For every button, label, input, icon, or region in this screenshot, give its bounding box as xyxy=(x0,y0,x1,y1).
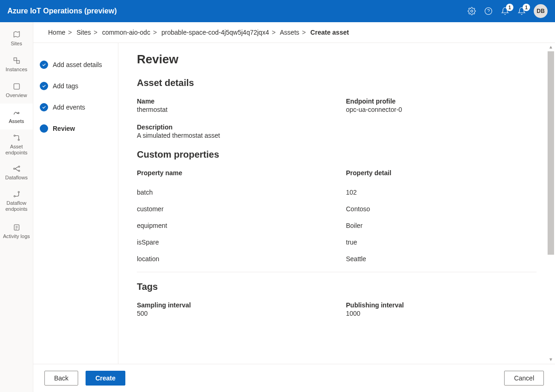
property-detail: Boiler xyxy=(346,222,536,229)
sampling-interval-label: Sampling interval xyxy=(137,301,327,309)
cancel-button[interactable]: Cancel xyxy=(504,371,544,386)
svg-point-8 xyxy=(18,139,19,141)
step-label: Add events xyxy=(53,104,85,111)
crumb-instance[interactable]: probable-space-cod-4j5qw5j4q72jqx4 xyxy=(161,29,269,36)
description-label: Description xyxy=(137,123,327,131)
instances-icon xyxy=(12,56,21,65)
alert-badge: 1 xyxy=(506,4,513,11)
crumb-site[interactable]: common-aio-odc xyxy=(102,29,150,36)
map-icon xyxy=(12,31,21,39)
svg-rect-3 xyxy=(14,58,17,61)
property-name-header: Property name xyxy=(137,169,327,177)
notification-badge: 1 xyxy=(523,4,530,11)
crumb-current: Create asset xyxy=(310,29,349,36)
crumb-sites[interactable]: Sites xyxy=(76,29,91,36)
wizard-steps: Add asset details Add tags Add events Re… xyxy=(33,43,118,364)
property-detail: 102 xyxy=(346,189,536,196)
nav-label: Dataflows xyxy=(3,175,29,181)
avatar[interactable]: DB xyxy=(534,4,548,18)
property-row: isSpare true xyxy=(137,234,536,251)
name-value: thermostat xyxy=(137,106,327,113)
property-name: equipment xyxy=(137,222,327,229)
nav-label: Instances xyxy=(4,67,29,73)
nav-item-instances[interactable]: Instances xyxy=(0,52,33,78)
property-row: customer Contoso xyxy=(137,201,536,217)
nav-label: Assets xyxy=(7,118,26,124)
step-label: Review xyxy=(53,125,75,132)
header-title: Azure IoT Operations (preview) xyxy=(7,7,117,15)
tags-heading: Tags xyxy=(137,282,536,292)
help-icon[interactable] xyxy=(484,6,493,16)
step-add-asset-details[interactable]: Add asset details xyxy=(38,54,112,75)
svg-point-1 xyxy=(485,8,492,15)
svg-rect-5 xyxy=(14,84,19,89)
nav-label: Activity logs xyxy=(1,233,31,239)
overview-icon xyxy=(12,82,21,91)
crumb-assets[interactable]: Assets xyxy=(280,29,299,36)
asset-details-heading: Asset details xyxy=(137,78,536,88)
nav-item-dataflow-endpoints[interactable]: Dataflow endpoints xyxy=(0,186,33,216)
settings-icon[interactable] xyxy=(467,6,476,16)
nav-label: Overview xyxy=(4,92,29,98)
activity-log-icon xyxy=(12,223,21,232)
dataflow-icon xyxy=(12,165,21,173)
header-actions: 1 1 DB xyxy=(467,4,548,18)
nav-item-activity-logs[interactable]: Activity logs xyxy=(0,216,33,247)
left-nav: Sites Instances Overview Assets Asset en… xyxy=(0,22,33,392)
svg-rect-4 xyxy=(17,61,19,63)
property-name: isSpare xyxy=(137,239,327,246)
nav-label: Sites xyxy=(9,41,24,47)
property-name: customer xyxy=(137,205,327,213)
svg-point-13 xyxy=(18,191,19,193)
svg-point-0 xyxy=(471,10,473,12)
main-panel: Home> Sites> common-aio-odc> probable-sp… xyxy=(33,22,555,392)
property-detail: Seattle xyxy=(346,255,536,263)
property-detail-header: Property detail xyxy=(346,169,536,177)
step-label: Add tags xyxy=(53,82,78,90)
dataflow-endpoint-icon xyxy=(12,190,21,198)
svg-point-9 xyxy=(13,168,15,170)
step-check-icon xyxy=(40,103,48,111)
sampling-interval-value: 500 xyxy=(137,310,327,317)
property-name: batch xyxy=(137,189,327,196)
nav-label: Dataflow endpoints xyxy=(0,200,33,212)
name-label: Name xyxy=(137,98,327,105)
crumb-home[interactable]: Home xyxy=(48,29,65,36)
notification-bell-icon[interactable]: 1 xyxy=(517,6,526,16)
assets-icon xyxy=(12,108,21,116)
nav-item-overview[interactable]: Overview xyxy=(0,78,33,104)
step-check-icon xyxy=(40,61,48,69)
custom-properties-heading: Custom properties xyxy=(137,149,536,160)
page-title: Review xyxy=(137,52,536,67)
back-button[interactable]: Back xyxy=(44,371,78,386)
nav-item-dataflows[interactable]: Dataflows xyxy=(0,160,33,186)
alert-bell-icon[interactable]: 1 xyxy=(500,6,510,16)
property-name: location xyxy=(137,255,327,263)
nav-item-sites[interactable]: Sites xyxy=(0,26,33,52)
app-header: Azure IoT Operations (preview) 1 1 DB xyxy=(0,0,555,22)
create-button[interactable]: Create xyxy=(86,371,125,386)
step-label: Add asset details xyxy=(53,61,102,68)
nav-label: Asset endpoints xyxy=(0,144,33,156)
publishing-interval-label: Publishing interval xyxy=(346,301,536,309)
step-check-icon xyxy=(40,82,48,90)
description-value: A simulated thermostat asset xyxy=(137,132,327,139)
step-add-tags[interactable]: Add tags xyxy=(38,75,112,97)
step-current-icon xyxy=(40,124,48,133)
breadcrumb: Home> Sites> common-aio-odc> probable-sp… xyxy=(33,22,555,43)
nav-item-asset-endpoints[interactable]: Asset endpoints xyxy=(0,129,33,160)
review-panel: Review Asset details Name thermostat End… xyxy=(118,43,555,364)
property-detail: Contoso xyxy=(346,205,536,213)
step-review[interactable]: Review xyxy=(38,118,112,139)
nav-item-assets[interactable]: Assets xyxy=(0,104,33,129)
svg-point-6 xyxy=(18,112,19,114)
endpoint-profile-value: opc-ua-connector-0 xyxy=(346,106,536,113)
svg-point-11 xyxy=(18,170,19,172)
property-detail: true xyxy=(346,239,536,246)
asset-endpoint-icon xyxy=(12,134,21,142)
publishing-interval-value: 1000 xyxy=(346,310,536,317)
svg-point-7 xyxy=(14,135,15,136)
divider xyxy=(137,272,536,272)
step-add-events[interactable]: Add events xyxy=(38,97,112,118)
svg-point-10 xyxy=(18,166,19,167)
